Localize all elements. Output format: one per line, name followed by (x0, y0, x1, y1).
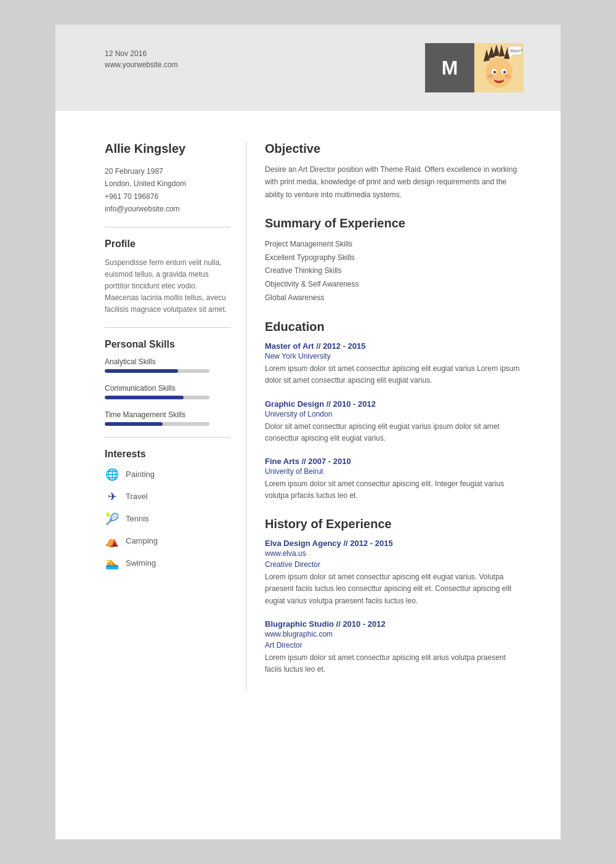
interest-painting: 🌐 Painting (105, 467, 230, 482)
camping-icon: ⛺ (105, 534, 120, 548)
summary-section: Summary of Experience Project Management… (265, 216, 524, 304)
edu-entry-0: Master of Art // 2012 - 2015 New York Un… (265, 341, 524, 386)
header-monogram: M (425, 43, 474, 92)
painting-icon: 🌐 (105, 467, 120, 482)
experience-title: History of Experience (265, 517, 524, 531)
interest-camping-label: Camping (126, 536, 158, 545)
divider-3 (105, 437, 230, 438)
skill-analytical-bar-fill (105, 369, 178, 373)
skill-time-management: Time Management Skills (105, 410, 230, 426)
objective-section: Objective Desire an Art Director positio… (265, 142, 524, 201)
person-email: info@yourwebsite.com (105, 203, 230, 215)
person-location: London, United Kingdom (105, 177, 230, 190)
skill-analytical: Analytical Skills (105, 357, 230, 373)
interest-painting-label: Painting (126, 470, 155, 479)
header-website: www.yourwebsite.com (105, 60, 178, 69)
edu-entry-2: Fine Arts // 2007 - 2010 Univerity of Be… (265, 457, 524, 502)
edu-body-1: Dolor sit amet consecttur apiscing elit … (265, 421, 524, 444)
svg-point-12 (505, 75, 511, 78)
exp-subtitle-1: www.blugraphic.com (265, 630, 524, 638)
summary-item-0: Project Management Skills (265, 238, 524, 251)
skill-communication-label: Communication Skills (105, 384, 230, 393)
tennis-icon: 🎾 (105, 511, 120, 526)
person-dob: 20 February 1987 (105, 165, 230, 177)
skill-analytical-bar-bg (105, 369, 209, 373)
education-title: Education (265, 320, 524, 334)
exp-title-0: Elva Design Agency // 2012 - 2015 (265, 539, 524, 548)
svg-point-9 (493, 71, 496, 73)
header-avatar: Woo!? (474, 43, 524, 92)
header-right: M (425, 43, 524, 92)
education-section: Education Master of Art // 2012 - 2015 N… (265, 320, 524, 502)
svg-point-11 (487, 75, 493, 78)
svg-point-10 (503, 71, 506, 73)
exp-title-1: Blugraphic Studio // 2010 - 2012 (265, 619, 524, 629)
divider-1 (105, 227, 230, 227)
contact-info: 20 February 1987 London, United Kingdom … (105, 165, 230, 216)
swimming-icon: 🏊 (105, 556, 120, 571)
interest-swimming-label: Swiming (126, 558, 156, 568)
left-column: Allie Kingsley 20 February 1987 London, … (105, 142, 246, 691)
edu-title-0: Master of Art // 2012 - 2015 (265, 341, 524, 351)
profile-text: Suspendisse ferm entum velit nulla, euis… (105, 257, 230, 316)
interest-swimming: 🏊 Swiming (105, 556, 230, 571)
summary-item-3: Objectivity & Self Awareness (265, 278, 524, 291)
interest-tennis-label: Tennis (126, 514, 149, 523)
objective-title: Objective (265, 142, 524, 156)
edu-body-0: Lorem ipsum dolor sit amet consecttur ap… (265, 363, 524, 386)
exp-body-0: Lorem ipsum dolor sit amet consecttur ap… (265, 571, 524, 607)
interest-travel-label: Travel (126, 492, 148, 501)
edu-subtitle-0: New York University (265, 352, 524, 361)
skill-communication-bar-bg (105, 396, 209, 399)
edu-title-1: Graphic Design // 2010 - 2012 (265, 399, 524, 409)
interests-title: Interests (105, 449, 230, 460)
header-date: 12 Nov 2016 (105, 49, 178, 58)
exp-role-1: Art Director (265, 641, 524, 650)
header: 12 Nov 2016 www.yourwebsite.com M (55, 25, 561, 111)
experience-section: History of Experience Elva Design Agency… (265, 517, 524, 675)
skills-title: Personal Skills (105, 339, 230, 350)
exp-role-0: Creative Director (265, 560, 524, 569)
interest-camping: ⛺ Camping (105, 534, 230, 548)
skill-communication-bar-fill (105, 396, 184, 399)
edu-body-2: Lorem ipsum dolor sit amet consecttur ap… (265, 478, 524, 502)
resume-page: 12 Nov 2016 www.yourwebsite.com M (55, 25, 561, 839)
edu-subtitle-2: Univerity of Beirut (265, 467, 524, 476)
summary-item-4: Global Awareness (265, 291, 524, 305)
main-content: Allie Kingsley 20 February 1987 London, … (55, 111, 561, 722)
edu-entry-1: Graphic Design // 2010 - 2012 University… (265, 399, 524, 444)
exp-body-1: Lorem ipsum dolor sit amet consecttur ap… (265, 652, 524, 675)
avatar-svg: Woo!? (474, 43, 524, 92)
header-left: 12 Nov 2016 www.yourwebsite.com (105, 43, 178, 69)
summary-title: Summary of Experience (265, 216, 524, 230)
exp-subtitle-0: www.elva.us (265, 549, 524, 558)
summary-item-2: Creative Thinking Skills (265, 264, 524, 278)
summary-list: Project Management Skills Excellent Typo… (265, 238, 524, 304)
person-phone: +961 70 196876 (105, 190, 230, 203)
skill-time-management-bar-bg (105, 422, 209, 426)
edu-title-2: Fine Arts // 2007 - 2010 (265, 457, 524, 466)
skill-analytical-label: Analytical Skills (105, 357, 230, 366)
skill-time-management-label: Time Management Skills (105, 410, 230, 419)
skill-time-management-bar-fill (105, 422, 163, 426)
edu-subtitle-1: University of London (265, 410, 524, 418)
interest-tennis: 🎾 Tennis (105, 511, 230, 526)
divider-2 (105, 327, 230, 328)
person-name: Allie Kingsley (105, 142, 230, 156)
travel-icon: ✈ (105, 489, 120, 504)
profile-title: Profile (105, 238, 230, 250)
interest-travel: ✈ Travel (105, 489, 230, 504)
summary-item-1: Excellent Typography Skills (265, 251, 524, 265)
svg-point-14 (494, 77, 504, 81)
objective-text: Desire an Art Director position with The… (265, 163, 524, 201)
right-column: Objective Desire an Art Director positio… (265, 142, 524, 691)
skill-communication: Communication Skills (105, 384, 230, 399)
svg-text:Woo!?: Woo!? (510, 49, 522, 53)
exp-entry-0: Elva Design Agency // 2012 - 2015 www.el… (265, 539, 524, 607)
exp-entry-1: Blugraphic Studio // 2010 - 2012 www.blu… (265, 619, 524, 675)
